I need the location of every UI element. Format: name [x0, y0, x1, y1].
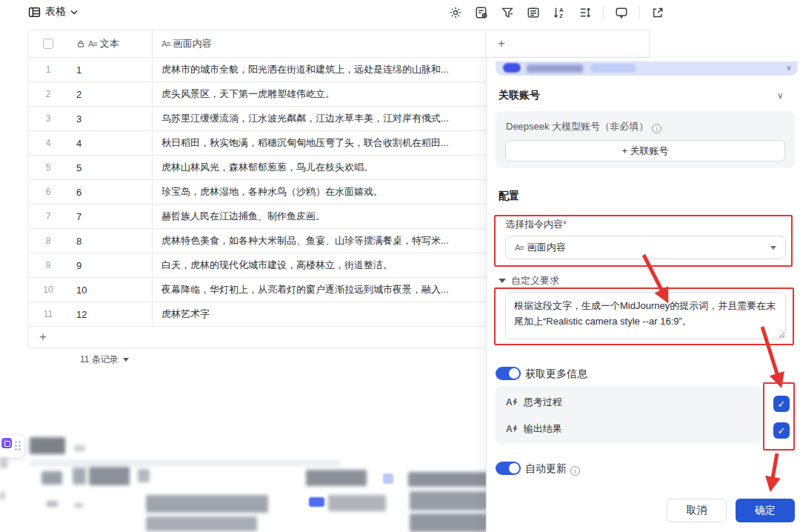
filter-icon[interactable]	[499, 4, 516, 21]
custom-requirement-input[interactable]: 根据这段文字，生成一个MidJourney的提示词，并且需要在末尾加上“Real…	[505, 292, 786, 339]
record-count[interactable]: 11 条记录	[80, 353, 129, 366]
more-info-toggle[interactable]	[496, 367, 521, 380]
svg-text:Z: Z	[559, 13, 563, 19]
cell-text[interactable]: 3	[67, 107, 153, 130]
select-all-checkbox[interactable]	[43, 39, 53, 49]
table-row[interactable]: 88虎林特色美食，如各种大米制品、鱼宴、山珍等摆满餐桌，特写米...	[28, 229, 486, 253]
row-index: 7	[29, 211, 67, 222]
model-logo-icon	[503, 63, 521, 73]
option-label: 思考过程	[524, 396, 562, 409]
drag-handle-icon[interactable]	[14, 440, 21, 450]
confirm-button[interactable]: 确定	[736, 499, 795, 522]
comment-icon[interactable]	[613, 4, 630, 21]
chevron-down-icon	[123, 358, 129, 362]
config-section-title: 配置	[499, 190, 519, 203]
account-section-title: 关联账号	[499, 89, 540, 102]
censored-block	[146, 516, 257, 531]
cell-text[interactable]: 8	[67, 229, 153, 253]
table-row[interactable]: 33乌苏里江缓缓流淌，江水波光粼粼，江边水草丰美，江对岸有俄式...	[28, 107, 486, 131]
censored-block	[410, 513, 488, 532]
row-index: 5	[29, 162, 67, 173]
custom-requirement-label: 自定义要求	[511, 274, 559, 287]
group-list-icon[interactable]	[525, 4, 541, 21]
cell-content[interactable]: 虎林艺术字	[153, 302, 486, 326]
cell-content[interactable]: 珍宝岛，虎林湿地，各种水鸟（沙鸥）在水面嬉戏。	[153, 180, 486, 204]
text-field-icon: A≡	[161, 39, 170, 48]
model-selector-bar[interactable]: ∨	[496, 61, 798, 76]
option-label: 输出结果	[524, 422, 562, 436]
text-field-icon: A≡	[88, 39, 97, 48]
field-config-panel: ∨ 关联账号 ∨ Deepseek 大模型账号（非必填）i + 关联账号 配置 …	[486, 58, 800, 532]
output-options-card: A 思考过程 A 输出结果	[496, 386, 762, 444]
column-header-text[interactable]: A≡ 文本	[67, 30, 153, 57]
collapse-chevron-icon[interactable]: ∨	[777, 90, 784, 101]
table-row[interactable]: 11虎林市的城市全貌，阳光洒在街道和建筑上，远处是连绵的山脉和...	[28, 58, 486, 82]
row-height-icon[interactable]	[577, 4, 593, 21]
cell-content[interactable]: 夜幕降临，华灯初上，从亮着灯的窗户逐渐拉远到城市夜景，融入...	[153, 278, 486, 302]
thinking-process-checkbox[interactable]: ✓	[773, 396, 790, 412]
add-account-button[interactable]: + 关联账号	[505, 140, 785, 162]
sort-az-icon[interactable]: AZ	[551, 4, 567, 21]
cell-content[interactable]: 虎头风景区，天下第一虎雕塑雄伟屹立。	[153, 82, 486, 106]
cell-content[interactable]: 白天，虎林的现代化城市建设，高楼林立，街道整洁。	[153, 253, 486, 277]
censored-block	[590, 64, 636, 73]
cell-text[interactable]: 10	[67, 278, 153, 302]
cell-text[interactable]: 12	[67, 302, 153, 326]
open-in-new-icon[interactable]	[650, 4, 666, 21]
censored-block	[138, 469, 150, 482]
top-toolbar: 表格 AZ	[0, 0, 800, 27]
info-icon[interactable]: i	[570, 466, 580, 476]
cell-text[interactable]: 6	[67, 180, 153, 204]
add-field-button[interactable]: +	[486, 30, 650, 58]
auto-update-label: 自动更新i	[525, 462, 580, 476]
table-row[interactable]: 22虎头风景区，天下第一虎雕塑雄伟屹立。	[28, 82, 486, 107]
auto-update-toggle[interactable]	[496, 462, 521, 475]
table-row[interactable]: 77赫哲族人民在江边捕鱼、制作鱼皮画。	[28, 205, 486, 229]
info-icon[interactable]: i	[652, 124, 661, 133]
cell-text[interactable]: 1	[67, 58, 153, 82]
cell-content[interactable]: 秋日稻田，秋实饱满，稻穗沉甸甸地压弯了头，联合收割机在稻田...	[153, 131, 486, 155]
cell-text[interactable]: 7	[67, 205, 153, 228]
cancel-button[interactable]: 取消	[667, 499, 727, 522]
table-row[interactable]: 99白天，虎林的现代化城市建设，高楼林立，街道整洁。	[28, 253, 486, 278]
custom-requirement-header[interactable]: 自定义要求	[499, 274, 559, 287]
table-row[interactable]: 44秋日稻田，秋实饱满，稻穗沉甸甸地压弯了头，联合收割机在稻田...	[28, 131, 486, 156]
table-row[interactable]: 66珍宝岛，虎林湿地，各种水鸟（沙鸥）在水面嬉戏。	[28, 180, 486, 205]
cell-content[interactable]: 虎林山林风光，森林郁郁葱葱，鸟儿在枝头欢唱。	[153, 156, 486, 179]
censored-block	[306, 470, 367, 486]
table-row[interactable]: 55虎林山林风光，森林郁郁葱葱，鸟儿在枝头欢唱。	[28, 156, 486, 180]
cell-text[interactable]: 9	[67, 253, 153, 277]
add-row-button[interactable]: +	[28, 327, 486, 348]
censored-block	[0, 458, 7, 468]
censored-block	[30, 460, 341, 466]
cell-content[interactable]: 虎林特色美食，如各种大米制品、鱼宴、山珍等摆满餐桌，特写米...	[153, 229, 486, 253]
column-header-content[interactable]: A≡ 画面内容	[153, 30, 485, 57]
cell-text[interactable]: 2	[67, 82, 153, 106]
row-index: 11	[29, 309, 67, 319]
account-card: Deepseek 大模型账号（非必填）i + 关联账号	[496, 111, 795, 168]
cell-content[interactable]: 虎林市的城市全貌，阳光洒在街道和建筑上，远处是连绵的山脉和...	[153, 58, 486, 82]
table-row[interactable]: 1010夜幕降临，华灯初上，从亮着灯的窗户逐渐拉远到城市夜景，融入...	[28, 278, 486, 302]
instruction-field-label: 选择指令内容*	[505, 218, 567, 231]
censored-block	[527, 64, 583, 73]
ai-field-icon: A	[506, 425, 518, 433]
view-switcher[interactable]: 表格	[28, 5, 78, 19]
table-row[interactable]: 1112虎林艺术字	[28, 302, 486, 327]
account-field-label: Deepseek 大模型账号（非必填）i	[506, 120, 661, 133]
output-result-checkbox[interactable]: ✓	[773, 422, 790, 439]
dropdown-caret-icon	[770, 246, 776, 250]
row-index: 10	[29, 285, 67, 295]
cell-text[interactable]: 4	[67, 131, 153, 155]
censored-block	[146, 495, 268, 513]
field-shortcuts-icon[interactable]	[473, 4, 490, 21]
settings-icon[interactable]	[447, 4, 464, 21]
option-row-output[interactable]: A 输出结果	[506, 422, 562, 436]
censored-block	[73, 468, 86, 485]
instruction-selected-value: 画面内容	[527, 241, 566, 254]
cell-content[interactable]: 赫哲族人民在江边捕鱼、制作鱼皮画。	[153, 205, 486, 228]
instruction-content-select[interactable]: A≡ 画面内容	[505, 236, 786, 259]
cell-content[interactable]: 乌苏里江缓缓流淌，江水波光粼粼，江边水草丰美，江对岸有俄式...	[153, 107, 486, 130]
lock-icon	[76, 39, 85, 48]
option-row-thinking[interactable]: A 思考过程	[506, 396, 562, 409]
cell-text[interactable]: 5	[67, 156, 153, 179]
